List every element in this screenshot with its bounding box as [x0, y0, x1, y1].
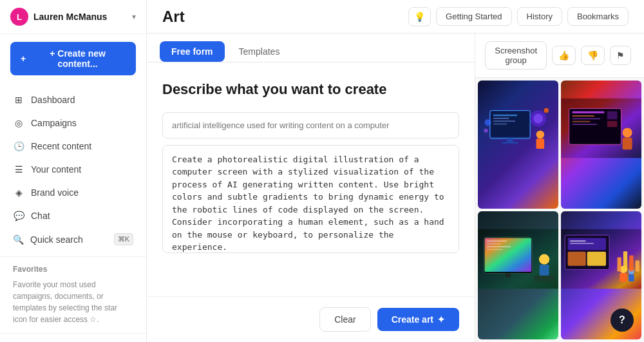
svg-rect-31 — [487, 243, 501, 245]
svg-point-12 — [485, 119, 491, 126]
svg-rect-52 — [629, 255, 633, 271]
content-area: Free form Templates Describe what you wa… — [147, 33, 644, 342]
svg-rect-18 — [573, 111, 605, 113]
keyboard-shortcut: ⌘K — [114, 233, 133, 245]
thumbs-up-button[interactable]: 👍 — [552, 46, 576, 65]
svg-rect-2 — [493, 115, 518, 117]
action-bar: Clear Create art ✦ — [147, 296, 475, 342]
svg-rect-43 — [587, 252, 606, 266]
chevron-down-icon: ▾ — [132, 12, 136, 21]
svg-rect-26 — [623, 137, 632, 149]
bulb-button[interactable]: 💡 — [408, 7, 431, 26]
sidebar-item-dashboard[interactable]: ⊞ Dashboard — [0, 88, 146, 111]
svg-rect-3 — [493, 118, 509, 119]
bulb-icon: 💡 — [414, 12, 425, 22]
svg-rect-49 — [629, 274, 634, 281]
page-title: Art — [162, 8, 185, 26]
sidebar-item-your-content[interactable]: ☰ Your content — [0, 158, 146, 181]
right-panel-header: Screenshot group 👍 👎 ⚑ — [475, 33, 644, 78]
svg-rect-22 — [573, 124, 598, 125]
help-icon: ? — [619, 314, 625, 326]
svg-rect-21 — [573, 121, 591, 122]
svg-rect-29 — [485, 238, 532, 272]
svg-rect-23 — [607, 111, 618, 120]
svg-rect-42 — [568, 252, 586, 266]
svg-point-9 — [533, 114, 543, 124]
sidebar-item-quick-search[interactable]: 🔍 Quick search ⌘K — [0, 227, 146, 251]
topbar-actions: 💡 Getting Started History Bookmarks — [408, 7, 629, 26]
svg-point-34 — [539, 254, 549, 265]
create-art-button[interactable]: Create art ✦ — [377, 308, 459, 331]
image-cell-3[interactable] — [478, 211, 558, 339]
svg-rect-47 — [620, 273, 627, 282]
flag-icon: ⚑ — [616, 50, 625, 61]
sidebar: L Lauren McManus ▾ + + Create new conten… — [0, 0, 147, 342]
your-content-icon: ☰ — [13, 164, 24, 175]
image-cell-1[interactable] — [478, 81, 558, 209]
topic-input[interactable] — [162, 112, 459, 138]
user-menu[interactable]: L Lauren McManus ▾ — [0, 0, 146, 34]
history-button[interactable]: History — [517, 7, 562, 26]
svg-rect-20 — [573, 118, 601, 119]
thumbs-down-button[interactable]: 👎 — [581, 46, 605, 65]
flag-button[interactable]: ⚑ — [610, 46, 631, 65]
svg-rect-36 — [535, 276, 554, 281]
help-button[interactable]: ? — [611, 309, 634, 332]
avatar: L — [10, 8, 28, 26]
svg-rect-7 — [502, 142, 518, 144]
chat-icon: 💬 — [13, 210, 24, 222]
svg-rect-51 — [623, 251, 627, 271]
campaigns-icon: ◎ — [13, 117, 24, 129]
prompt-textarea[interactable]: Create a photorealistic digital illustra… — [162, 145, 459, 253]
tab-templates[interactable]: Templates — [227, 41, 292, 62]
sidebar-collapse-footer[interactable]: › — [0, 333, 146, 342]
svg-rect-50 — [618, 258, 621, 272]
image-cell-2[interactable] — [561, 81, 641, 209]
dashboard-icon: ⊞ — [13, 94, 24, 106]
svg-point-10 — [536, 131, 545, 139]
clear-button[interactable]: Clear — [319, 307, 370, 332]
tabs: Free form Templates — [147, 33, 475, 62]
sidebar-item-recent-content[interactable]: 🕒 Recent content — [0, 135, 146, 158]
thumbs-up-icon: 👍 — [558, 50, 569, 61]
svg-rect-11 — [536, 138, 545, 149]
svg-rect-4 — [493, 120, 515, 122]
thumbs-down-icon: 👎 — [587, 50, 598, 61]
getting-started-button[interactable]: Getting Started — [436, 7, 511, 26]
brand-voice-icon: ◈ — [13, 187, 24, 198]
images-grid — [475, 78, 644, 342]
svg-rect-37 — [506, 274, 511, 278]
svg-rect-19 — [573, 115, 594, 117]
form-heading: Describe what you want to create — [162, 81, 459, 99]
bookmarks-button[interactable]: Bookmarks — [567, 7, 629, 26]
svg-rect-33 — [487, 249, 503, 250]
topbar: Art 💡 Getting Started History Bookmarks — [147, 0, 644, 33]
user-name: Lauren McManus — [33, 12, 107, 22]
svg-point-13 — [484, 129, 488, 133]
right-panel: Screenshot group 👍 👎 ⚑ — [475, 33, 644, 342]
main-area: Art 💡 Getting Started History Bookmarks … — [147, 0, 644, 342]
screenshot-group-button[interactable]: Screenshot group — [485, 41, 547, 70]
tab-free-form[interactable]: Free form — [160, 41, 225, 62]
svg-rect-24 — [607, 121, 618, 127]
svg-rect-45 — [570, 243, 594, 244]
sidebar-item-chat[interactable]: 💬 Chat — [0, 204, 146, 227]
sidebar-item-campaigns[interactable]: ◎ Campaigns — [0, 111, 146, 135]
quick-search-icon: 🔍 — [13, 234, 24, 245]
sidebar-item-brand-voice[interactable]: ◈ Brand voice — [0, 181, 146, 204]
svg-point-25 — [623, 128, 632, 137]
nav-list: ⊞ Dashboard ◎ Campaigns 🕒 Recent content… — [0, 83, 146, 256]
svg-rect-35 — [540, 265, 549, 276]
svg-point-14 — [544, 108, 549, 113]
favorites-title: Favorites — [13, 265, 133, 274]
svg-rect-44 — [570, 240, 586, 242]
sparkle-icon: ✦ — [437, 314, 445, 325]
plus-icon: + — [21, 53, 26, 64]
svg-rect-53 — [636, 261, 639, 272]
svg-rect-5 — [493, 124, 507, 125]
create-new-content-button[interactable]: + + Create new content... — [10, 42, 136, 75]
form-area: Describe what you want to create Create … — [147, 62, 475, 296]
favorites-section: Favorites Favorite your most used campai… — [0, 256, 146, 333]
left-panel: Free form Templates Describe what you wa… — [147, 33, 475, 342]
favorites-description: Favorite your most used campaigns, docum… — [13, 279, 133, 325]
